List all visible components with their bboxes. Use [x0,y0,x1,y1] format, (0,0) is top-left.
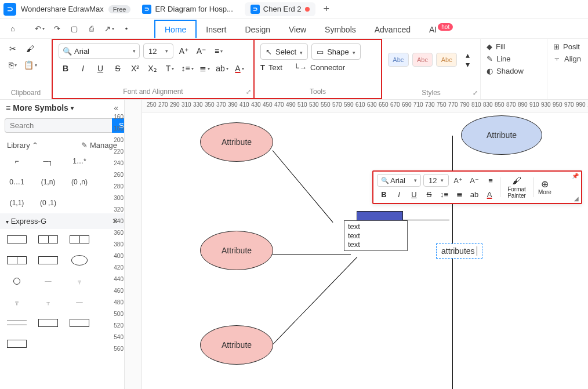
float-bullets[interactable]: ≣ [452,188,466,201]
shape-cell[interactable] [68,316,90,330]
font-size-dropdown[interactable]: 12 [143,43,173,59]
attribute-node[interactable]: Attribute [461,115,542,155]
select-tool[interactable]: ↖Select [260,43,308,60]
float-font-size[interactable]: 12 [423,174,449,187]
superscript-button[interactable]: X² [128,62,142,75]
shape-cell[interactable]: ── [37,274,59,288]
shape-cell[interactable] [37,232,59,246]
shape-cell[interactable]: 0…1 [6,175,28,189]
font-name-dropdown[interactable]: 🔍Arial [59,43,140,59]
symbols-title[interactable]: ≡ More Symbols▾ [6,103,74,112]
style-next-button[interactable]: ▾ [460,60,474,68]
fill-dropdown[interactable]: ◆Fill [487,42,541,51]
float-underline[interactable]: U [407,188,421,201]
shape-cell[interactable] [68,232,90,246]
shape-cell[interactable] [6,316,28,330]
shape-cell[interactable]: (1,1) [6,196,28,210]
float-spacing[interactable]: ↕≡ [437,188,451,201]
styles-dialog-launcher[interactable]: ⤢ [473,89,478,97]
shape-cell[interactable]: (0 ,1) [37,196,59,210]
shape-tool[interactable]: ▭Shape [311,43,361,60]
attribute-node[interactable]: Attribute [200,325,273,365]
shape-cell[interactable]: ┬ [37,295,59,309]
manage-button[interactable]: ✎Manage [81,141,117,150]
file-tab-2[interactable]: ⊃ Chen Erd 2 [245,2,315,16]
edge[interactable] [273,257,358,345]
float-format-painter[interactable]: 🖌Format Painter [503,176,531,199]
decrease-font-button[interactable]: A⁻ [194,45,208,57]
text-node[interactable]: text text text [344,220,408,251]
print-button[interactable]: ⎙ [85,21,99,35]
format-painter-button[interactable]: 🖌 [23,42,37,55]
align-button[interactable]: ⫟Align [553,54,582,63]
float-font-name[interactable]: 🔍Arial [377,174,421,187]
cut-button[interactable]: ✂ [6,42,20,55]
more-quick-icon[interactable]: • [119,21,133,35]
tab-advanced[interactable]: Advanced [365,21,420,38]
file-tab-1[interactable]: ⊃ ER Diagram for Hosp... [136,2,238,16]
shape-cell[interactable]: (1,n) [37,175,59,189]
strike-button[interactable]: S [111,62,125,75]
float-font-color[interactable]: A [482,188,496,201]
increase-font-button[interactable]: A⁺ [177,45,191,57]
attribute-node[interactable]: Attribute [200,231,273,270]
style-swatch-2[interactable]: Abc [412,53,433,67]
share-button[interactable]: ↗ [102,21,116,35]
resize-handle-icon[interactable]: ◢ [574,195,579,202]
float-inc-font[interactable]: A⁺ [451,174,465,187]
float-align[interactable]: ≡ [484,174,498,187]
save-button[interactable]: ▢ [67,21,81,35]
home-nav-icon[interactable]: ⌂ [6,21,20,35]
shape-cell[interactable]: ╤ [68,274,90,288]
font-color-button[interactable]: A [233,62,246,75]
position-button[interactable]: ⊞Posit [553,42,582,51]
copy-button[interactable]: ⎘ [6,59,20,71]
tab-symbols[interactable]: Symbols [315,21,365,38]
float-italic[interactable]: I [392,188,406,201]
shape-cell[interactable] [6,337,28,351]
tab-home[interactable]: Home [154,20,197,38]
shape-cell[interactable] [6,274,28,288]
float-highlight[interactable]: ab [467,188,481,201]
collapse-panel-button[interactable]: « [114,103,118,112]
edge[interactable] [273,255,351,255]
library-toggle[interactable]: Library ⌃ [7,141,38,150]
font-dialog-launcher[interactable]: ⤢ [246,88,251,96]
redo-button[interactable]: ↷ [50,21,64,35]
list-button[interactable]: ≣ [198,62,212,75]
tab-design[interactable]: Design [235,21,280,38]
canvas[interactable]: Attribute Attribute Attribute Attribute … [142,112,588,389]
edge[interactable] [273,150,333,223]
label-editing[interactable]: attributes [436,243,482,259]
tab-ai[interactable]: AIhot [420,21,462,38]
style-swatch-3[interactable]: Abc [436,53,457,67]
search-input[interactable] [5,118,112,133]
align-h-button[interactable]: ≡ [212,45,226,57]
shape-cell[interactable] [37,316,59,330]
text-case-button[interactable]: T [163,62,177,75]
section-express-g[interactable]: ▾ Express-G ✕ [0,213,124,229]
shape-cell[interactable] [6,253,28,267]
tab-view[interactable]: View [280,21,315,38]
shape-cell[interactable] [6,232,28,246]
line-dropdown[interactable]: ✎Line [487,54,541,63]
shape-cell[interactable] [37,253,59,267]
tab-insert[interactable]: Insert [197,21,235,38]
subscript-button[interactable]: X₂ [146,62,159,75]
bold-button[interactable]: B [59,62,72,75]
shape-cell[interactable]: ╦ [6,295,28,309]
float-more[interactable]: ⊕More [536,179,554,196]
shadow-dropdown[interactable]: ◐Shadow [487,67,541,75]
style-swatch-1[interactable]: Abc [388,53,409,67]
style-prev-button[interactable]: ▴ [460,51,474,59]
paste-button[interactable]: 📋 [23,59,37,71]
undo-button[interactable]: ↶ [32,21,46,35]
shape-cell[interactable]: ─┐ [37,154,59,168]
shape-cell[interactable] [68,253,90,267]
text-tool[interactable]: TText [260,63,282,72]
line-spacing-button[interactable]: ↕≡ [180,62,194,75]
highlight-button[interactable]: ab [215,62,229,75]
float-dec-font[interactable]: A⁻ [467,174,481,187]
attribute-node[interactable]: Attribute [200,122,273,162]
underline-button[interactable]: U [93,62,107,75]
